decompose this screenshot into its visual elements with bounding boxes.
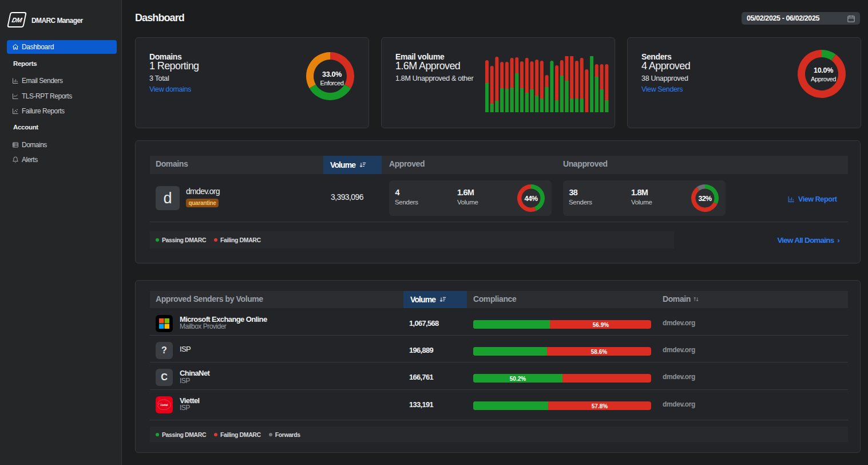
svg-text:viettel: viettel — [160, 404, 168, 407]
